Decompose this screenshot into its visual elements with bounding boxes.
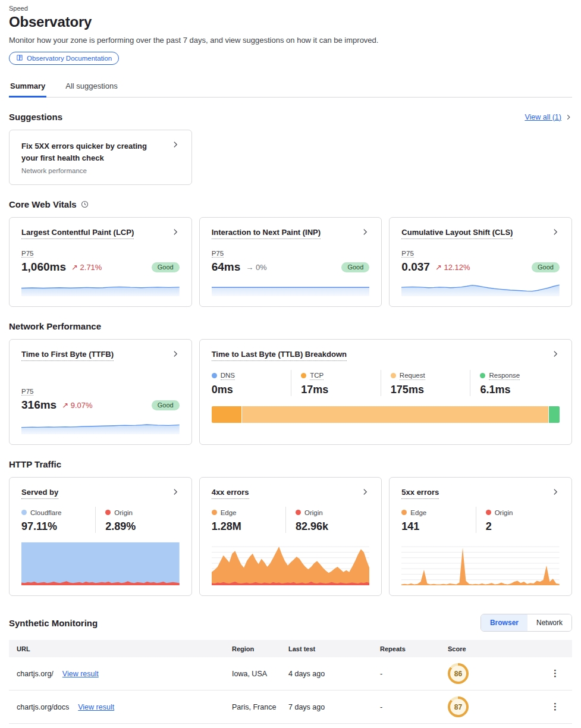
request-legend-dot [391, 373, 396, 378]
tab-summary[interactable]: Summary [9, 77, 46, 98]
row-url: chartjs.org/docs [17, 703, 69, 711]
cls-card: Cumulative Layout Shift (CLS) P75 0.037 … [389, 217, 572, 307]
chevron-right-icon[interactable] [551, 350, 560, 360]
breadcrumb: Speed [9, 5, 572, 12]
cls-title[interactable]: Cumulative Layout Shift (CLS) [401, 228, 513, 239]
inp-sparkline [212, 280, 370, 296]
served-by-stats: Cloudflare 97.11% Origin 2.89% [21, 507, 180, 533]
cwv-section-head: Core Web Vitals [9, 199, 572, 209]
ttlb-stat-response: Response 6.1ms [470, 370, 560, 396]
dns-value: 0ms [212, 384, 291, 396]
origin-legend-dot [486, 510, 491, 515]
origin-value: 82.96k [296, 520, 369, 533]
cloudflare-label: Cloudflare [30, 509, 61, 516]
errors-4xx-title[interactable]: 4xx errors [212, 488, 249, 499]
row-region: Paris, France [232, 703, 288, 711]
lcp-title[interactable]: Largest Contentful Paint (LCP) [21, 228, 134, 239]
ttfb-value: 316ms [21, 398, 56, 412]
ttlb-stat-dns: DNS 0ms [212, 370, 291, 396]
chevron-right-icon[interactable] [551, 488, 560, 498]
status-badge: Good [152, 400, 180, 410]
chevron-right-icon[interactable] [171, 488, 180, 498]
view-all-link[interactable]: View all (1) [525, 113, 572, 121]
table-header: URL Region Last test Repeats Score [9, 640, 572, 657]
view-result-link[interactable]: View result [78, 703, 114, 711]
chevron-right-icon[interactable] [171, 140, 180, 151]
origin-stat: Origin 2 [476, 507, 560, 533]
row-menu-kebab-icon[interactable]: ⋮ [546, 702, 564, 711]
chevron-right-icon[interactable] [171, 350, 180, 360]
inp-trend: → 0% [246, 263, 266, 272]
suggestions-heading: Suggestions [9, 112, 62, 122]
page-title: Observatory [9, 14, 572, 30]
errors-5xx-card: 5xx errors Edge 141 Origin 2 [389, 477, 572, 596]
tab-all-suggestions[interactable]: All suggestions [64, 77, 118, 98]
http-section-head: HTTP Traffic [9, 459, 572, 469]
trend-up-icon: ↗ [62, 401, 68, 410]
col-last-test: Last test [288, 645, 380, 652]
row-repeats: - [380, 670, 448, 678]
chevron-right-icon[interactable] [551, 228, 560, 239]
inp-title[interactable]: Interaction to Next Paint (INP) [212, 228, 321, 239]
served-by-title[interactable]: Served by [21, 488, 58, 499]
edge-value: 141 [401, 520, 475, 533]
origin-legend-dot [105, 510, 111, 515]
cls-value: 0.037 [401, 261, 430, 274]
network-heading: Network Performance [9, 321, 101, 331]
origin-label: Origin [495, 509, 513, 516]
origin-label: Origin [304, 509, 323, 516]
toggle-network[interactable]: Network [527, 614, 571, 631]
ttfb-title[interactable]: Time to First Byte (TTFB) [21, 350, 114, 361]
page-header: Speed Observatory Monitor how your zone … [9, 5, 572, 65]
view-result-link[interactable]: View result [62, 670, 99, 678]
trend-flat-icon: → [246, 263, 253, 272]
synthetic-heading: Synthetic Monitoring [9, 618, 98, 628]
table-row: chartjs.org/docsView result Paris, Franc… [9, 691, 572, 724]
edge-stat: Edge 1.28M [212, 507, 285, 533]
row-region: Iowa, USA [232, 670, 288, 678]
p75-label: P75 [21, 250, 33, 258]
row-menu-kebab-icon[interactable]: ⋮ [546, 669, 564, 678]
origin-stat: Origin 82.96k [285, 507, 369, 533]
toggle-browser[interactable]: Browser [481, 614, 527, 631]
browser-network-toggle: Browser Network [480, 614, 572, 632]
trend-up-icon: ↗ [435, 263, 442, 272]
ttlb-stat-tcp: TCP 17ms [291, 370, 381, 396]
ttlb-stats: DNS 0ms TCP 17ms Request 175ms Response … [212, 370, 560, 396]
suggestion-category: Network performance [21, 167, 180, 174]
documentation-button[interactable]: Observatory Documentation [9, 52, 119, 65]
col-region: Region [232, 645, 288, 652]
errors-5xx-title[interactable]: 5xx errors [401, 488, 439, 499]
edge-label: Edge [410, 509, 426, 516]
network-section-head: Network Performance [9, 321, 572, 331]
network-cards: Time to First Byte (TTFB) P75 316ms ↗ 9.… [9, 339, 572, 445]
ttfb-sparkline [21, 418, 180, 434]
trend-up-icon: ↗ [71, 263, 78, 272]
cls-trend: ↗ 12.12% [435, 263, 470, 272]
synthetic-table: URL Region Last test Repeats Score chart… [9, 640, 572, 724]
edge-label: Edge [221, 509, 237, 516]
score-value: 86 [450, 666, 466, 682]
p75-label: P75 [212, 250, 224, 258]
request-label: Request [400, 372, 425, 380]
lcp-sparkline [21, 280, 180, 296]
ttlb-title[interactable]: Time to Last Byte (TTLB) Breakdown [212, 350, 347, 361]
http-cards: Served by Cloudflare 97.11% Origin 2.89%… [9, 477, 572, 596]
status-badge: Good [532, 262, 560, 272]
ttfb-trend: ↗ 9.07% [62, 401, 92, 410]
status-badge: Good [152, 262, 180, 272]
ttlb-stacked-bar [212, 406, 560, 423]
errors-4xx-stats: Edge 1.28M Origin 82.96k [212, 507, 370, 533]
suggestion-card[interactable]: Fix 5XX errors quicker by creating your … [9, 130, 192, 185]
chevron-right-icon[interactable] [361, 228, 369, 239]
row-last-test: 4 days ago [288, 670, 380, 678]
suggestion-title: Fix 5XX errors quicker by creating your … [21, 140, 158, 164]
edge-stat: Edge 141 [401, 507, 475, 533]
col-repeats: Repeats [380, 645, 448, 652]
cloudflare-value: 97.11% [21, 520, 95, 533]
chevron-right-icon[interactable] [361, 488, 369, 498]
tcp-label: TCP [310, 372, 324, 380]
chevron-right-icon[interactable] [171, 228, 180, 239]
cwv-heading: Core Web Vitals [9, 199, 77, 209]
edge-legend-dot [212, 510, 217, 515]
